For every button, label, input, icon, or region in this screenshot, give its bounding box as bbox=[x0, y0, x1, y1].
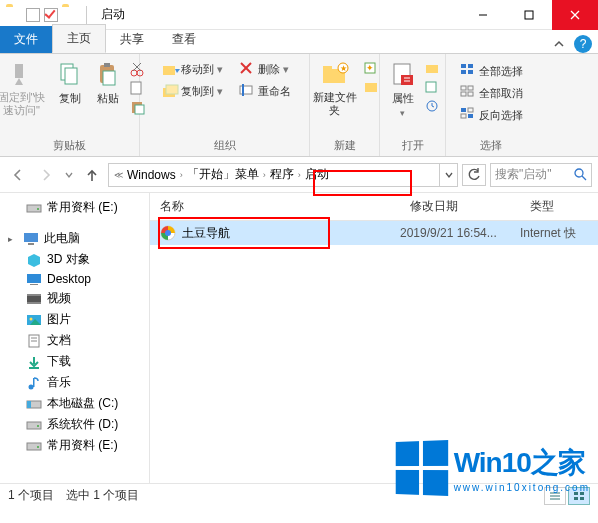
new-item-icon[interactable]: ✦ bbox=[363, 61, 379, 77]
tree-item[interactable]: 文档 bbox=[0, 330, 149, 351]
breadcrumb-bar[interactable]: ≪ Windows › 「开始」菜单 › 程序 › 启动 bbox=[108, 163, 458, 187]
svg-rect-15 bbox=[131, 82, 141, 94]
svg-marker-19 bbox=[175, 69, 180, 73]
tree-item[interactable]: 常用资料 (E:) bbox=[0, 435, 149, 456]
tree-item[interactable]: 3D 对象 bbox=[0, 249, 149, 270]
desktop-icon bbox=[26, 272, 42, 286]
tree-item-this-pc[interactable]: ▸ 此电脑 bbox=[0, 228, 149, 249]
move-to-icon bbox=[162, 61, 178, 77]
breadcrumb-item[interactable]: 程序 bbox=[267, 166, 297, 183]
select-none-button[interactable]: 全部取消 bbox=[460, 85, 523, 101]
pin-icon bbox=[7, 59, 37, 89]
breadcrumb-item[interactable]: 启动 bbox=[302, 166, 332, 183]
svg-rect-27 bbox=[323, 66, 332, 70]
svg-point-79 bbox=[37, 446, 39, 448]
nav-recent-button[interactable] bbox=[62, 163, 76, 187]
collapse-ribbon-button[interactable] bbox=[552, 37, 568, 53]
drive-icon bbox=[26, 439, 42, 453]
nav-bar: ≪ Windows › 「开始」菜单 › 程序 › 启动 搜索"启动" bbox=[0, 157, 598, 193]
pin-quick-access-button[interactable]: 固定到"快速访问" bbox=[0, 57, 49, 118]
close-button[interactable] bbox=[552, 0, 598, 30]
tree-item[interactable]: Desktop bbox=[0, 270, 149, 288]
breadcrumb-item[interactable]: Windows bbox=[124, 168, 179, 182]
search-placeholder: 搜索"启动" bbox=[495, 166, 570, 183]
window-title: 启动 bbox=[101, 6, 125, 23]
tree-item[interactable]: 音乐 bbox=[0, 372, 149, 393]
svg-rect-37 bbox=[426, 65, 438, 73]
svg-point-11 bbox=[131, 70, 137, 76]
tab-view[interactable]: 查看 bbox=[158, 26, 210, 53]
help-button[interactable]: ? bbox=[574, 35, 592, 53]
sidebar-tree[interactable]: 常用资料 (E:) ▸ 此电脑 3D 对象 Desktop 视频 图片 文档 bbox=[0, 193, 150, 483]
new-folder-button[interactable]: ★ 新建文件夹 bbox=[311, 57, 359, 118]
file-list[interactable]: 名称 修改日期 类型 土豆导航 2019/9/21 16:54... Inter… bbox=[150, 193, 598, 483]
new-group-label: 新建 bbox=[316, 136, 373, 156]
breadcrumb-dropdown-button[interactable] bbox=[439, 164, 457, 186]
select-all-button[interactable]: 全部选择 bbox=[460, 63, 523, 79]
drive-c-icon bbox=[26, 397, 42, 411]
easy-access-icon[interactable] bbox=[363, 80, 379, 96]
edit-icon[interactable] bbox=[424, 80, 440, 96]
tree-item[interactable]: 下载 bbox=[0, 351, 149, 372]
svg-rect-58 bbox=[28, 243, 34, 245]
column-date[interactable]: 修改日期 bbox=[400, 198, 520, 215]
file-date: 2019/9/21 16:54... bbox=[400, 226, 520, 240]
pictures-icon bbox=[26, 313, 42, 327]
quick-access-check-1[interactable] bbox=[26, 8, 40, 22]
svg-marker-59 bbox=[28, 254, 40, 267]
file-row[interactable]: 土豆导航 2019/9/21 16:54... Internet 快 bbox=[150, 221, 598, 245]
column-headers[interactable]: 名称 修改日期 类型 bbox=[150, 193, 598, 221]
quick-access-folder-icon[interactable] bbox=[62, 7, 78, 23]
history-icon[interactable] bbox=[424, 99, 440, 115]
svg-point-72 bbox=[29, 384, 34, 389]
tree-item[interactable]: 系统软件 (D:) bbox=[0, 414, 149, 435]
svg-rect-25 bbox=[242, 84, 244, 96]
svg-rect-88 bbox=[580, 497, 584, 500]
svg-rect-42 bbox=[461, 70, 466, 74]
move-to-button[interactable]: 移动到▾ 删除▾ bbox=[162, 61, 291, 77]
tree-item[interactable]: 常用资料 (E:) bbox=[0, 197, 149, 218]
paste-button[interactable]: 粘贴 bbox=[91, 57, 125, 108]
tab-home[interactable]: 主页 bbox=[52, 24, 106, 53]
breadcrumb-item[interactable]: 「开始」菜单 bbox=[184, 166, 262, 183]
column-name[interactable]: 名称 bbox=[150, 198, 400, 215]
svg-rect-48 bbox=[461, 108, 466, 112]
minimize-button[interactable] bbox=[460, 0, 506, 30]
drive-icon bbox=[26, 418, 42, 432]
properties-icon bbox=[388, 59, 418, 89]
invert-selection-button[interactable]: 反向选择 bbox=[460, 107, 523, 123]
nav-up-button[interactable] bbox=[80, 163, 104, 187]
select-none-icon bbox=[460, 85, 476, 101]
chevron-right-icon[interactable]: ▸ bbox=[8, 234, 18, 244]
tree-item[interactable]: 本地磁盘 (C:) bbox=[0, 393, 149, 414]
svg-rect-44 bbox=[461, 86, 466, 90]
nav-forward-button[interactable] bbox=[34, 163, 58, 187]
open-icon[interactable] bbox=[424, 61, 440, 77]
refresh-button[interactable] bbox=[462, 164, 486, 186]
copy-to-button[interactable]: 复制到▾ 重命名 bbox=[162, 83, 291, 99]
svg-point-81 bbox=[165, 230, 171, 236]
nav-back-button[interactable] bbox=[6, 163, 30, 187]
svg-rect-61 bbox=[30, 284, 38, 285]
svg-rect-38 bbox=[426, 82, 436, 92]
tab-share[interactable]: 共享 bbox=[106, 26, 158, 53]
svg-rect-43 bbox=[468, 70, 473, 74]
drive-icon bbox=[26, 201, 42, 215]
column-type[interactable]: 类型 bbox=[520, 198, 564, 215]
tree-item[interactable]: 图片 bbox=[0, 309, 149, 330]
file-icon bbox=[160, 225, 176, 241]
details-view-button[interactable] bbox=[544, 487, 566, 505]
tab-file[interactable]: 文件 bbox=[0, 26, 52, 53]
search-input[interactable]: 搜索"启动" bbox=[490, 163, 592, 187]
icons-view-button[interactable] bbox=[568, 487, 590, 505]
paste-icon bbox=[93, 59, 123, 89]
svg-rect-49 bbox=[468, 108, 473, 112]
open-group-label: 打开 bbox=[386, 136, 439, 156]
maximize-button[interactable] bbox=[506, 0, 552, 30]
properties-button[interactable]: 属性 ▾ bbox=[386, 57, 420, 120]
copy-button[interactable]: 复制 bbox=[53, 57, 87, 108]
tree-item[interactable]: 视频 bbox=[0, 288, 149, 309]
status-item-count: 1 个项目 bbox=[8, 487, 54, 504]
quick-access-check-2[interactable] bbox=[44, 8, 58, 22]
svg-rect-57 bbox=[24, 233, 38, 242]
